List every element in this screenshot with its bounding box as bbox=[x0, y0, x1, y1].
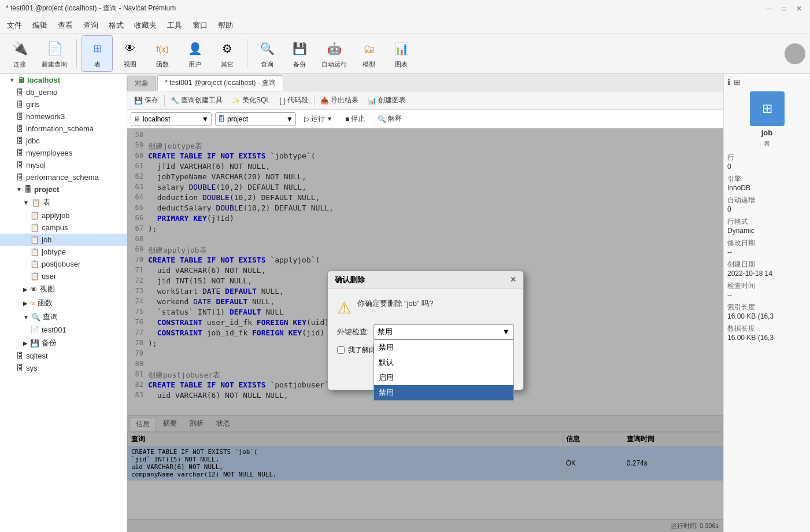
tab-query[interactable]: * test001 @project (localhost) - 查询 bbox=[157, 75, 283, 91]
menu-format[interactable]: 格式 bbox=[104, 19, 128, 32]
stop-button[interactable]: ■ 停止 bbox=[341, 113, 369, 125]
tool-autorun[interactable]: 🤖 自动运行 bbox=[317, 36, 352, 71]
sidebar-item-project[interactable]: ▼ 🗄 project bbox=[0, 183, 127, 195]
table-icon: 📋 bbox=[30, 235, 39, 244]
chart-icon: 📊 bbox=[391, 38, 412, 59]
sidebar-item-job[interactable]: 📋 job 选中表，右键 删除表 bbox=[0, 234, 127, 246]
fk-option-disable-2[interactable]: 禁用 bbox=[374, 385, 513, 400]
menu-view[interactable]: 查看 bbox=[53, 19, 77, 32]
rp-avatar-icon: ⊞ bbox=[762, 101, 772, 116]
export-results-button[interactable]: 📤 导出结果 bbox=[317, 94, 362, 106]
db-icon: 🗄 bbox=[218, 115, 225, 123]
sidebar-item-functions-group[interactable]: ▶ fx 函数 bbox=[0, 296, 127, 310]
db-icon: 🗄 bbox=[16, 112, 24, 121]
code-snippet-button[interactable]: { } 代码段 bbox=[276, 94, 312, 106]
user-label: user bbox=[42, 272, 56, 280]
confirm-delete-dialog: 确认删除 ✕ ⚠ 你确定要删除 "job" 吗? 外键检查: 禁用 bbox=[327, 271, 524, 390]
tool-model[interactable]: 🗂 模型 bbox=[354, 36, 384, 71]
tab-objects[interactable]: 对象 bbox=[127, 76, 156, 91]
tool-query[interactable]: 🔍 查询 bbox=[252, 36, 282, 71]
query-builder-button[interactable]: 🔧 查询创建工具 bbox=[167, 94, 226, 106]
view-icon: 👁 bbox=[120, 38, 140, 59]
sidebar-item-myemployees[interactable]: 🗄 myemployees bbox=[0, 147, 127, 159]
tool-other[interactable]: ⚙ 其它 bbox=[212, 36, 242, 71]
other-icon: ⚙ bbox=[217, 38, 238, 59]
tool-user[interactable]: 👤 用户 bbox=[180, 36, 210, 71]
menu-tools[interactable]: 工具 bbox=[162, 19, 187, 32]
beautify-sql-button[interactable]: ✨ 美化SQL bbox=[228, 94, 273, 106]
sidebar-item-views-group[interactable]: ▶ 👁 视图 bbox=[0, 282, 127, 296]
rp-settings-button[interactable]: ⊞ bbox=[734, 77, 741, 87]
localhost-label: localhost bbox=[27, 76, 60, 84]
expand-arrow-queries: ▼ bbox=[23, 314, 29, 320]
sidebar-item-information_schema[interactable]: 🗄 information_schema bbox=[0, 123, 127, 135]
sidebar-item-jobtype[interactable]: 📋 jobtype bbox=[0, 246, 127, 258]
db-icon: 🗄 bbox=[16, 100, 24, 109]
user-avatar[interactable] bbox=[785, 43, 805, 64]
queries-label: 查询 bbox=[43, 312, 58, 322]
sidebar-item-sqltest[interactable]: 🗄 sqltest bbox=[0, 350, 127, 362]
tool-view-label: 视图 bbox=[124, 60, 136, 69]
db-selector[interactable]: 🗄 project ▼ bbox=[215, 112, 296, 126]
tool-table[interactable]: ⊞ 表 bbox=[82, 35, 113, 72]
sidebar-item-jdbc[interactable]: 🗄 jdbc bbox=[0, 135, 127, 147]
fk-option-enable[interactable]: 启用 bbox=[374, 370, 513, 385]
fk-option-default[interactable]: 默认 bbox=[374, 355, 513, 370]
run-button[interactable]: ▷ 运行 ▼ bbox=[299, 113, 337, 125]
menu-help[interactable]: 帮助 bbox=[213, 19, 238, 32]
understand-checkbox[interactable] bbox=[337, 346, 345, 354]
sidebar-item-user[interactable]: 📋 user bbox=[0, 270, 127, 282]
expand-arrow-backup: ▶ bbox=[23, 340, 28, 346]
sidebar-item-campus[interactable]: 📋 campus bbox=[0, 221, 127, 234]
rp-label-data-length: 数据长度 bbox=[727, 324, 807, 334]
host-selector[interactable]: 🖥 localhost ▼ bbox=[131, 112, 212, 126]
jdbc-label: jdbc bbox=[26, 136, 40, 145]
save-button[interactable]: 💾 保存 bbox=[131, 94, 162, 106]
sidebar-item-homework3[interactable]: 🗄 homework3 bbox=[0, 110, 127, 123]
sidebar-item-queries-group[interactable]: ▼ 🔍 查询 bbox=[0, 310, 127, 324]
tool-chart[interactable]: 📊 图表 bbox=[386, 36, 416, 71]
menu-query[interactable]: 查询 bbox=[79, 19, 103, 32]
rp-value-auto-increment: 0 bbox=[727, 205, 807, 213]
menu-window[interactable]: 窗口 bbox=[188, 19, 212, 32]
sidebar-item-backup-group[interactable]: ▶ 💾 备份 bbox=[0, 336, 127, 350]
model-icon: 🗂 bbox=[358, 38, 379, 59]
sidebar-item-mysql[interactable]: 🗄 mysql bbox=[0, 159, 127, 171]
table-icon: 📋 bbox=[30, 223, 39, 232]
functions-icon: fx bbox=[30, 300, 35, 306]
sidebar-item-applyjob[interactable]: 📋 applyjob bbox=[0, 209, 127, 221]
rp-label-index-length: 索引长度 bbox=[727, 302, 807, 312]
sidebar-item-performance_schema[interactable]: 🗄 performance_schema bbox=[0, 171, 127, 183]
tool-view[interactable]: 👁 视图 bbox=[115, 36, 145, 71]
sidebar-item-girls[interactable]: 🗄 girls bbox=[0, 98, 127, 110]
tool-backup[interactable]: 💾 备份 bbox=[284, 36, 315, 71]
test001-label: test001 bbox=[42, 326, 66, 334]
fk-option-disable[interactable]: 禁用 bbox=[374, 340, 513, 355]
tool-function[interactable]: f(x) 函数 bbox=[147, 36, 177, 71]
sidebar-item-sys[interactable]: 🗄 sys bbox=[0, 362, 127, 374]
create-chart-button[interactable]: 📊 创建图表 bbox=[364, 94, 409, 106]
minimize-button[interactable]: — bbox=[764, 3, 774, 14]
tool-connect[interactable]: 🔌 连接 bbox=[5, 36, 35, 71]
profile-area bbox=[785, 43, 805, 64]
menu-favorites[interactable]: 收藏夹 bbox=[130, 19, 161, 32]
editor-area: 58 59创建jobtype表 60CREATE TABLE IF NOT EX… bbox=[127, 128, 723, 532]
new-query-icon: 📄 bbox=[44, 38, 65, 59]
tool-new-query[interactable]: 📄 新建查询 bbox=[37, 36, 72, 71]
sidebar-item-tables-group[interactable]: ▼ 📋 表 bbox=[0, 195, 127, 209]
sidebar-item-postjobuser[interactable]: 📋 postjobuser bbox=[0, 258, 127, 270]
tool-user-label: 用户 bbox=[188, 60, 201, 69]
close-button[interactable]: ✕ bbox=[794, 3, 804, 14]
rp-info-button[interactable]: ℹ bbox=[727, 77, 730, 87]
menu-file[interactable]: 文件 bbox=[2, 19, 27, 32]
dialog-close-button[interactable]: ✕ bbox=[510, 275, 516, 284]
explain-button[interactable]: 🔍 解释 bbox=[373, 113, 406, 125]
sidebar-item-db_demo[interactable]: 🗄 db_demo bbox=[0, 86, 127, 98]
autorun-icon: 🤖 bbox=[324, 38, 345, 59]
sidebar-item-test001[interactable]: 📄 test001 bbox=[0, 324, 127, 336]
menu-edit[interactable]: 编辑 bbox=[28, 19, 52, 32]
maximize-button[interactable]: □ bbox=[779, 3, 789, 14]
fk-dropdown-arrow: ▼ bbox=[502, 327, 510, 336]
fk-select[interactable]: 禁用 ▼ bbox=[373, 324, 513, 339]
sidebar-item-localhost[interactable]: ▼ 🖥 localhost bbox=[0, 74, 127, 86]
